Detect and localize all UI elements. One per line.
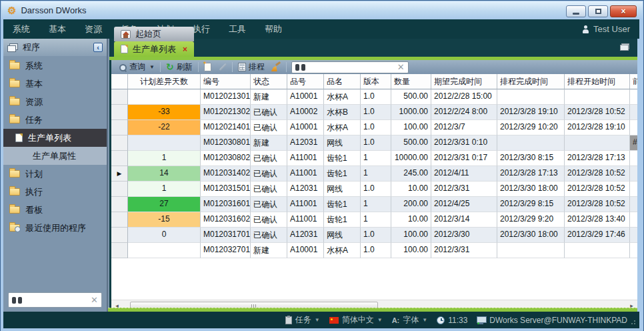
menu-item-resource[interactable]: 资源 (75, 24, 111, 34)
clean-button[interactable] (268, 61, 284, 73)
toolbar-button-label: 查询 (129, 61, 145, 73)
query-button[interactable]: 查询▼ (115, 61, 158, 73)
refresh-button[interactable]: ↻刷新 (163, 61, 196, 73)
sidebar-collapse-button[interactable]: ‹ (93, 43, 103, 52)
sidebar-search-clear-icon[interactable]: ✕ (91, 296, 98, 304)
table-filter-clear-icon[interactable]: ✕ (397, 63, 405, 71)
status-item-language[interactable]: 简体中文▼ (329, 314, 383, 326)
sidebar-item-resource[interactable]: 资源 (3, 93, 107, 111)
table-cell: 2012/4/11 (431, 166, 497, 182)
table-row[interactable]: -22M012021401已确认A10001水杯A1.0100.002012/3… (111, 120, 637, 135)
sidebar-item-label: 计划 (25, 168, 43, 180)
menu-item-basic[interactable]: 基本 (39, 24, 75, 34)
table-row[interactable]: M012021301新建A10001水杯A1.0500.002012/2/28 … (111, 89, 637, 105)
table-cell: 2012/3/31 0:10 (431, 135, 497, 151)
minimize-icon (573, 13, 579, 15)
binoculars-icon (12, 296, 22, 304)
pencil-icon (218, 63, 227, 71)
column-header[interactable]: 计划差异天数 (128, 74, 201, 89)
column-header[interactable]: 排程开始时间 (565, 74, 630, 89)
close-button[interactable]: × (610, 5, 637, 17)
table-row[interactable]: M012032701新建A10001水杯A1.0100.002012/3/31 (111, 243, 637, 258)
row-selector[interactable] (111, 228, 128, 243)
sidebar-item-label: 看板 (25, 204, 43, 216)
tab-label: 起始页 (135, 28, 161, 40)
table-cell (630, 166, 637, 182)
window-list-icon[interactable] (620, 43, 629, 51)
row-selector[interactable] (111, 243, 128, 258)
row-selector[interactable] (111, 212, 128, 228)
status-item-font[interactable]: A:字体▼ (392, 314, 428, 326)
table-cell: 2012/3/28 19:10 (497, 105, 565, 120)
minimize-button[interactable] (566, 5, 586, 17)
user-indicator[interactable]: Test User (582, 24, 630, 34)
column-header[interactable]: 排程完成时间 (497, 74, 565, 89)
sidebar-item-production-order-list[interactable]: 生产单列表 (3, 129, 107, 147)
menu-item-tools[interactable]: 工具 (219, 24, 255, 34)
column-header[interactable]: 数量 (391, 74, 431, 89)
table-cell: 2012/3/28 17:13 (497, 166, 565, 182)
column-header[interactable]: 前 (630, 74, 637, 89)
maximize-button[interactable] (588, 5, 608, 17)
sidebar-search-input[interactable] (22, 296, 91, 305)
table-cell: 已确认 (251, 166, 287, 182)
row-selector[interactable] (111, 105, 128, 120)
sidebar-item-basic[interactable]: 基本 (3, 75, 107, 93)
sidebar-item-kanban[interactable]: 看板 (3, 201, 107, 219)
table-row[interactable]: 27M012031601已确认A11001齿轮11200.002012/4/25… (111, 197, 637, 212)
table-cell: 1.0 (361, 105, 391, 120)
folder-icon (9, 170, 20, 178)
menubar: 系统基本资源任务计划执行工具帮助 Test User (3, 19, 639, 39)
tab-close-icon[interactable]: × (183, 45, 187, 54)
status-item-task[interactable]: 任务▼ (285, 314, 320, 326)
sidebar-item-system[interactable]: 系统 (3, 57, 107, 75)
menu-item-help[interactable]: 帮助 (255, 24, 291, 34)
user-icon (582, 25, 589, 33)
titlebar: ⚙ Darsson DWorks × (1, 1, 643, 19)
row-selector[interactable] (111, 151, 128, 166)
sidebar-item-task[interactable]: 任务 (3, 111, 107, 129)
column-header[interactable]: 品号 (287, 74, 324, 89)
table-cell: A11001 (287, 151, 324, 166)
table-cell: 2012/3/28 17:13 (565, 151, 630, 166)
sidebar-item-recent-programs[interactable]: 最近使用的程序 (3, 219, 107, 237)
row-selector[interactable] (111, 120, 128, 135)
row-selector[interactable] (111, 197, 128, 212)
table-cell: 2012/3/30 18:00 (497, 182, 565, 197)
column-header[interactable]: 版本 (361, 74, 391, 89)
sidebar-item-execute[interactable]: 执行 (3, 183, 107, 201)
column-header[interactable]: 品名 (324, 74, 361, 89)
new-button[interactable] (201, 61, 215, 73)
row-selector[interactable] (111, 182, 128, 197)
column-header[interactable]: 状态 (251, 74, 287, 89)
row-selector[interactable]: ▶ (111, 166, 128, 182)
table-row[interactable]: 1M012031501已确认A12031网线1.010.002012/3/312… (111, 182, 637, 197)
table-row[interactable]: M012030801新建A12031网线1.0500.002012/3/31 0… (111, 135, 637, 151)
table-row[interactable]: -33M012021302已确认A10002水杯B1.01000.002012/… (111, 105, 637, 120)
row-selector[interactable] (111, 135, 128, 151)
table-cell: A11001 (287, 197, 324, 212)
table-cell: 10.00 (391, 212, 431, 228)
table-row[interactable]: 0M012031701已确认A12031网线1.0100.002012/3/30… (111, 228, 637, 243)
sidebar-title: 程序 (23, 41, 40, 53)
table-cell: 2012/3/28 10:52 (565, 182, 630, 197)
row-selector[interactable] (111, 89, 128, 105)
sidebar-item-production-order-properties[interactable]: 生产单属性 (3, 147, 107, 165)
column-header[interactable]: 期望完成时间 (431, 74, 497, 89)
menu-item-system[interactable]: 系统 (3, 24, 39, 34)
resize-grip[interactable] (630, 320, 635, 326)
column-header[interactable]: 编号 (201, 74, 251, 89)
schedule-button[interactable]: 排程 (235, 61, 268, 73)
sidebar-item-label: 系统 (25, 60, 43, 72)
sidebar-item-plan[interactable]: 计划 (3, 165, 107, 183)
table-cell: 1 (128, 151, 201, 166)
table-filter-input[interactable] (305, 63, 397, 72)
table-row[interactable]: -15M012031602已确认A11001齿轮1110.002012/3/14… (111, 212, 637, 228)
table-row[interactable]: 1M012030802已确认A11001齿轮1110000.002012/3/3… (111, 151, 637, 166)
table-cell: A12031 (287, 228, 324, 243)
table-cell (497, 89, 565, 105)
table-row[interactable]: ▶14M012031402已确认A11001齿轮11245.002012/4/1… (111, 166, 637, 182)
maximize-icon (595, 9, 601, 14)
tab-start-page[interactable]: 起始页 (114, 27, 194, 41)
tab-production-order-list[interactable]: 生产单列表× (114, 41, 194, 57)
